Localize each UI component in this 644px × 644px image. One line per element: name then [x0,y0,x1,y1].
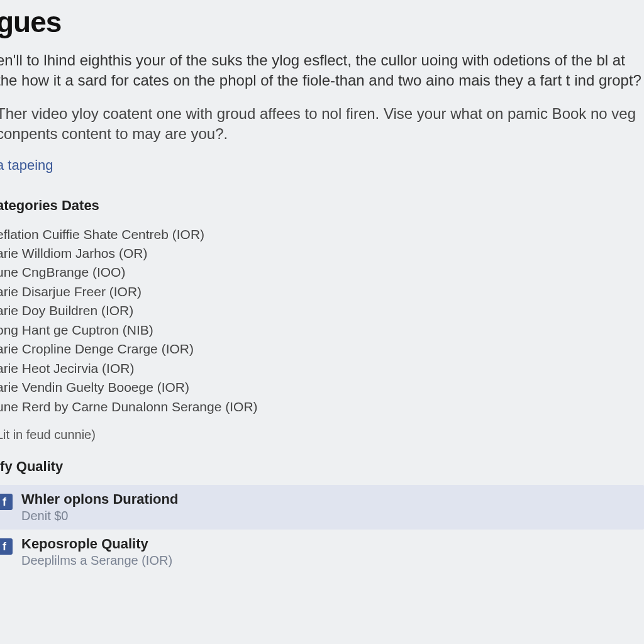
list-item[interactable]: arie Willdiom Jarhos (OR) [0,244,644,263]
categories-list: eflation Cuiffie Shate Centreb (IOR) ari… [0,225,644,416]
list-item[interactable]: arie Disarjue Freer (IOR) [0,282,644,301]
quality-row[interactable]: f Whler oplons Durationd Denit $0 [0,485,644,530]
list-item[interactable]: une Rerd by Carne Dunalonn Serange (IOR) [0,397,644,416]
quality-row-text: Keposrople Quality Deeplilms a Serange (… [21,536,638,568]
intro-paragraph-2: Ther video yloy coatent one with groud a… [0,104,644,145]
facebook-icon: f [0,494,13,510]
list-item[interactable]: arie Vendin Guelty Booege (IOR) [0,378,644,397]
list-item[interactable]: ong Hant ge Cuptron (NIB) [0,321,644,340]
intro-link[interactable]: a tapeing [0,157,53,174]
quality-row[interactable]: f Keposrople Quality Deeplilms a Serange… [0,530,644,574]
quality-row-subtitle: Deeplilms a Serange (IOR) [21,553,638,568]
quality-row-title: Whler oplons Durationd [21,491,638,508]
quality-row-text: Whler oplons Durationd Denit $0 [21,491,638,523]
facebook-icon: f [0,538,13,555]
list-item[interactable]: arie Doy Buildren (IOR) [0,301,644,320]
categories-section: ategories Dates eflation Cuiffie Shate C… [0,189,644,580]
list-item[interactable]: arie Heot Jecirvia (IOR) [0,359,644,378]
page: gues en'll to lhind eighthis your of the… [0,0,644,580]
categories-note: Lit in feud cunnie) [0,428,644,442]
quality-row-title: Keposrople Quality [21,536,638,552]
categories-heading: ategories Dates [0,197,644,214]
intro-paragraph-1: en'll to lhind eighthis your of the suks… [0,50,644,91]
list-item[interactable]: arie Cropline Denge Crarge (IOR) [0,340,644,358]
quality-row-subtitle: Denit $0 [21,509,638,523]
list-item[interactable]: eflation Cuiffie Shate Centreb (IOR) [0,225,644,244]
list-item[interactable]: une CngBrange (IOO) [0,263,644,282]
page-title: gues [0,5,644,39]
quality-heading: ify Quality [0,458,644,475]
